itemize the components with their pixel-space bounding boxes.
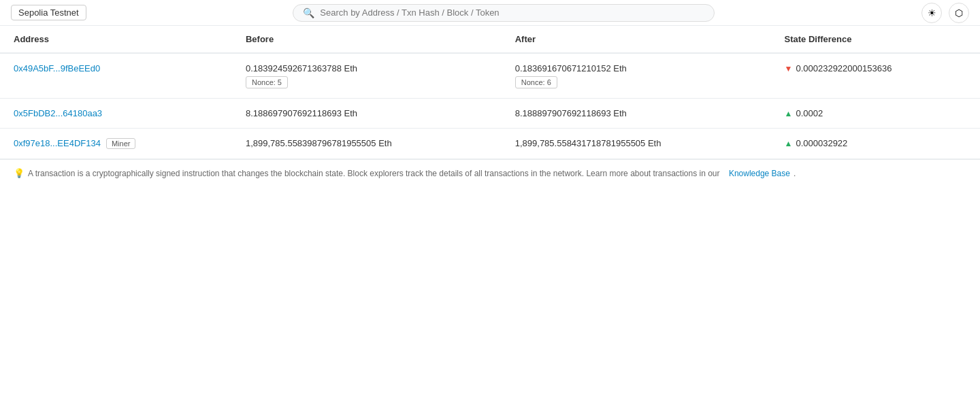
col-header-address: Address [0,26,232,53]
state-diff-value: 0.0002 [796,108,823,118]
header-actions: ☀ ⬡ [921,3,969,23]
address-cell: 0x5FbDB2...64180aa3 [0,99,232,129]
header: Sepolia Testnet 🔍 ☀ ⬡ [0,0,980,26]
col-header-before: Before [232,26,502,53]
state-diff-cell: ▼0.000232922000153636 [771,53,980,99]
address-cell: 0xf97e18...EE4DF134Miner [0,129,232,159]
eth-icon: ⬡ [955,7,963,18]
state-diff-cell: ▲0.000032922 [771,129,980,159]
footer-text: A transaction is a cryptographically sig… [28,169,720,178]
state-diff-cell: ▲0.0002 [771,99,980,129]
state-diff-value: 0.000232922000153636 [796,63,892,73]
search-input[interactable] [320,7,704,18]
address-link[interactable]: 0x5FbDB2...64180aa3 [14,108,102,118]
table-row: 0x5FbDB2...64180aa38.188697907692118693 … [0,99,980,129]
table-container: Address Before After State Difference 0x… [0,26,980,159]
knowledge-base-link[interactable]: Knowledge Base [729,169,790,178]
arrow-up-icon: ▲ [785,109,793,118]
address-link[interactable]: 0x49A5bF...9fBeEEd0 [14,63,100,73]
footer-text-after: . [794,169,796,178]
nonce-badge-before: Nonce: 5 [246,76,288,88]
col-header-after: After [502,26,771,53]
footer: 💡 A transaction is a cryptographically s… [0,159,980,186]
table-header-row: Address Before After State Difference [0,26,980,53]
col-header-state-diff: State Difference [771,26,980,53]
theme-icon: ☀ [928,7,936,18]
after-cell: 8.188897907692118693 Eth [502,99,771,129]
before-cell: 0.183924592671363788 EthNonce: 5 [232,53,502,99]
after-cell: 0.183691670671210152 EthNonce: 6 [502,53,771,99]
address-link[interactable]: 0xf97e18...EE4DF134 [14,138,101,148]
search-icon: 🔍 [303,7,314,18]
network-badge: Sepolia Testnet [11,5,86,20]
state-changes-table: Address Before After State Difference 0x… [0,26,980,159]
before-cell: 8.188697907692118693 Eth [232,99,502,129]
table-row: 0xf97e18...EE4DF134Miner1,899,785.558398… [0,129,980,159]
before-cell: 1,899,785.558398796781955505 Eth [232,129,502,159]
footer-icon: 💡 [14,168,24,178]
table-body: 0x49A5bF...9fBeEEd00.183924592671363788 … [0,53,980,159]
miner-badge: Miner [106,138,136,149]
arrow-up-icon: ▲ [785,139,793,148]
nonce-badge-after: Nonce: 6 [515,76,557,88]
after-cell: 1,899,785.558431718781955505 Eth [502,129,771,159]
search-box: 🔍 [293,4,715,22]
theme-toggle-button[interactable]: ☀ [921,3,942,23]
state-diff-value: 0.000032922 [796,138,847,148]
eth-icon-button[interactable]: ⬡ [949,3,969,23]
arrow-down-icon: ▼ [785,64,793,73]
table-header: Address Before After State Difference [0,26,980,53]
table-row: 0x49A5bF...9fBeEEd00.183924592671363788 … [0,53,980,99]
address-cell: 0x49A5bF...9fBeEEd0 [0,53,232,99]
search-wrapper: 🔍 [97,4,911,22]
